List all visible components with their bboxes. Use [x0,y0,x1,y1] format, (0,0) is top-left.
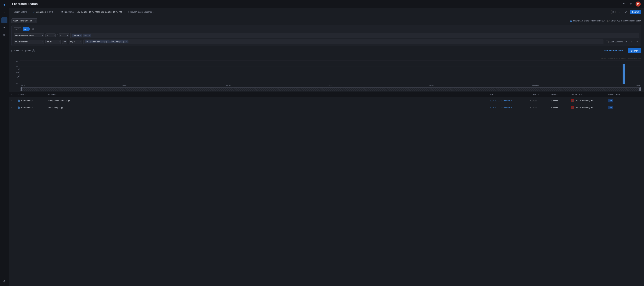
time-link-row1[interactable]: 2024-12-02 09:36:08 AM [490,100,512,102]
chart-area: search-1-e2bd2703-fea7b706def677cec15f4c… [9,56,644,92]
avatar[interactable]: JR [636,2,640,6]
tag-img1-close[interactable]: ✕ [107,41,109,42]
expand-icon[interactable]: ≡ [11,100,12,102]
x-axis-labels: Tue 26 Wed 27 Thu 28 Fri 29 Sat 30 Decem… [12,85,641,87]
connectors-btn[interactable]: ⇌ Connectors 1 of 48 ▾ [33,11,55,13]
filter1-tag-input[interactable]: Domain ✕ URL ✕ [70,33,639,38]
page-title: Federated Search [12,2,38,6]
op1b-wrapper[interactable]: ▾ [59,33,69,37]
star-nav-icon[interactable]: ✦ [1,24,8,30]
y-label-00: 0.0 [16,82,18,84]
any-button[interactable]: ANY [14,28,21,31]
field2-wrapper[interactable]: OSINT.Indicator [14,40,44,44]
case-sensitive-option[interactable]: Case-sensitive [606,40,623,43]
connectors-icon: ⇌ [33,11,35,13]
collapse-criteria-btn[interactable]: ▾ Search Criteria [12,11,27,13]
severity-info-icon: i [18,100,20,102]
x-label-thu28: Thu 28 [225,85,230,87]
row1-severity: i Informational [18,100,48,102]
filter2-tag-input[interactable]: /images/colt_defense.jpg ✕ /IMG/nblogo2.… [84,39,604,44]
op1-wrapper[interactable]: in [46,33,56,37]
match-any-radio[interactable] [570,20,572,22]
col-event-type: EVENT TYPE [571,94,608,96]
timeframe-dropdown-icon: ▾ [75,11,76,13]
bookmark-button[interactable]: ⊡ [628,2,634,6]
data-source-select[interactable]: OSINT Inventory Info [12,18,37,23]
row1-expand[interactable]: ≡ [11,100,18,102]
home-icon[interactable]: ⌂ [1,10,8,16]
sort-rows-icon[interactable]: ≡ [11,94,12,96]
divider2 [58,10,58,14]
op2-wrapper[interactable]: equals [46,40,61,44]
row1-message: /images/colt_defense.jpg [48,100,490,102]
add-row-button[interactable]: + [630,40,634,44]
any-all-row: ANY ALL 🗑 [14,27,639,31]
data-source-section: OSINT Inventory Info [12,18,37,23]
logo-icon[interactable]: ◈ [1,2,8,8]
delete-group-button[interactable]: 🗑 [31,27,35,31]
row1-connector: HISP [608,99,642,102]
connector-logo: HISP [608,99,613,102]
connector-logo2: HISP [608,106,613,109]
match-any-label: Match ANY of the conditions below [573,20,604,22]
col-time[interactable]: TIME ↓ [490,94,530,96]
match-all-option[interactable]: Match ALL of the conditions below [607,20,641,22]
gear-icon[interactable]: ⚙ [1,278,8,284]
range-handle-left[interactable] [21,88,22,91]
toolbar-right: ✕ ⌕ ↗ Search [611,10,641,14]
clear-search-button[interactable]: ✕ [611,10,616,14]
row1-time[interactable]: 2024-12-02 09:36:08 AM [490,100,530,102]
row1-status: Success [551,100,571,102]
search-magnify-icon[interactable]: ⌕ [617,10,622,14]
search-nav-icon[interactable]: ⌕ [1,17,8,23]
op2-select[interactable]: equals [46,40,61,44]
field1-wrapper[interactable]: OSINT.Indicator Type ID [14,33,44,37]
match-any-option[interactable]: Match ANY of the conditions below [570,20,604,22]
anyof-wrapper[interactable]: any of [69,40,82,44]
saved-searches-btn[interactable]: ☆ Saved/Recent Searches ▾ [128,11,154,13]
row2-time[interactable]: 2024-12-02 09:36:08 AM [490,106,530,109]
criteria-top-row: OSINT Inventory Info Match ANY of the co… [12,18,641,23]
col-connector: CONNECTOR [608,94,642,96]
tag-url-close[interactable]: ✕ [88,34,90,36]
time-link-row2[interactable]: 2024-12-02 09:36:08 AM [490,106,512,109]
op1b-select[interactable]: ▾ [59,33,69,37]
info-icon[interactable]: i [32,49,35,52]
tag-img2-close[interactable]: ✕ [126,41,128,42]
field2-select[interactable]: OSINT.Indicator [14,40,44,44]
share-icon[interactable]: ↗ [624,10,628,14]
puzzle-icon[interactable]: ⊞ [1,32,8,38]
expand-icon[interactable]: ⠿ [11,106,12,109]
range-bar[interactable] [20,88,641,91]
saved-label: Saved/Recent Searches [130,11,152,13]
tag-url: URL ✕ [83,34,91,37]
chart-wrapper: 2.0 1.5 1.0 0.5 0.0 Total Results [12,60,641,84]
advanced-options-label[interactable]: Advanced Options [14,50,31,52]
row1-event-type: ⬛ OSINT Inventory Info [571,99,608,102]
tag-domain-close[interactable]: ✕ [80,34,81,36]
anyof-select[interactable]: any of [69,40,82,44]
save-search-button[interactable]: Save Search Criteria [601,48,626,53]
search-button-toolbar[interactable]: Search [630,10,641,14]
match-all-radio[interactable] [607,20,610,22]
more-options-button[interactable]: ▾ [635,40,639,44]
results-area: ≡ SEVERITY MESSAGE TIME ↓ ACTIVITY STATU… [9,92,644,286]
delete-row2-button[interactable]: 🗑 [624,40,628,44]
data-source-wrapper[interactable]: OSINT Inventory Info [12,18,37,23]
row2-expand[interactable]: ⠿ [11,106,18,109]
row2-activity: Collect [530,106,551,109]
y-label-20: 2.0 [16,60,18,62]
eq-display: == [62,40,67,44]
col-sort: ≡ [11,94,18,96]
all-button[interactable]: ALL [23,28,30,31]
field1-select[interactable]: OSINT.Indicator Type ID [14,33,44,37]
time-sort-icon: ↓ [495,94,496,96]
op1-select[interactable]: in [46,33,56,37]
search-button-main[interactable]: Search [628,48,641,53]
match-all-label: Match ALL of the conditions below [610,20,641,22]
timeframe-btn[interactable]: ⏱ Timeframe ▾ Nov 25, 2024 09:47 AM to D… [61,11,122,13]
help-button[interactable]: ? [621,2,626,6]
range-handle-right[interactable] [640,88,641,91]
x-label-mon02: Mon 02 [636,85,641,87]
case-sensitive-checkbox[interactable] [606,40,608,43]
